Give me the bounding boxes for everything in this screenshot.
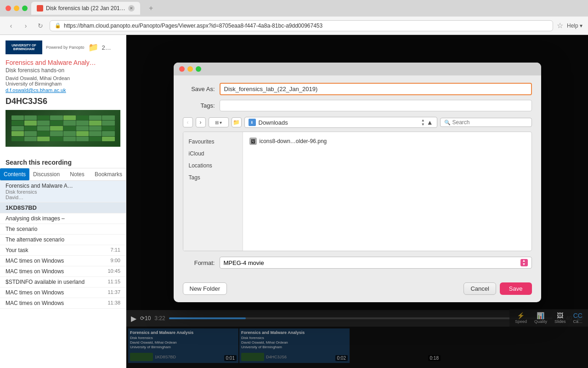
thumb-cell [102, 126, 114, 131]
dialog-traffic-lights [179, 66, 201, 72]
thumbnail-grid [11, 115, 115, 141]
thumb-cell [63, 126, 76, 131]
list-item[interactable]: Forensics and Malware A… Disk forensicsD… [0, 181, 126, 202]
sidebar-item-icloud[interactable]: iCloud [183, 148, 243, 160]
new-folder-button[interactable]: New Folder [183, 282, 227, 295]
tab-notes[interactable]: Notes [63, 168, 91, 180]
location-selector[interactable]: ⬇ Downloads ▲ ▼ ▲ [244, 117, 437, 128]
thumb-cell [63, 131, 76, 136]
save-as-label: Save As: [183, 86, 215, 92]
tab-contents[interactable]: Contents [0, 168, 29, 180]
bookmark-icon[interactable]: ☆ [557, 21, 563, 30]
list-item[interactable]: The scenario [0, 224, 126, 235]
content-item-time: 11:38 [107, 300, 120, 306]
list-item[interactable]: MAC times on Windows 10:45 [0, 266, 126, 277]
save-dialog: Save As: Tags: ‹ › ⊞ ▾ [174, 63, 541, 302]
forward-arrow-button[interactable]: › [196, 117, 206, 127]
thumb-cell [50, 131, 62, 136]
search-icon: 🔍 [444, 120, 451, 126]
lock-icon: 🔒 [55, 23, 61, 29]
page-container: UNIVERSITY OF BIRMINGHAM Powered by Pano… [0, 35, 588, 368]
format-value: MPEG-4 movie [224, 259, 264, 266]
tab-close-button[interactable]: ✕ [128, 5, 135, 12]
content-item-time: 11:37 [107, 289, 120, 296]
dialog-close-button[interactable] [179, 66, 185, 72]
new-tab-button[interactable]: + [146, 3, 157, 14]
reload-button[interactable]: ↻ [35, 20, 46, 31]
thumb-cell [102, 131, 114, 136]
file-sidebar: Favourites iCloud Locations Tags [183, 132, 243, 251]
save-as-input[interactable] [220, 83, 532, 95]
dialog-action-buttons: Cancel Save [464, 282, 531, 295]
file-search-box[interactable]: 🔍 [440, 118, 532, 127]
list-item[interactable]: Your task 7:11 [0, 245, 126, 256]
file-list: 🖼 icons8-down…older-96.png [243, 132, 531, 251]
main-video-area: ▶ ⟳10 3:22 -45:40 🔊 ⚡ Speed 📊 Quality 🖼 … [126, 35, 588, 368]
thumb-cell [24, 126, 37, 131]
thumb-cell [37, 115, 50, 120]
content-item-title: The alternative scenario [6, 236, 64, 243]
sidebar-content-list: Forensics and Malware A… Disk forensicsD… [0, 181, 126, 368]
tab-bookmarks[interactable]: Bookmarks [91, 168, 126, 180]
list-item[interactable]: 1KD8S7BD [0, 202, 126, 213]
maximize-button[interactable] [22, 6, 28, 11]
file-icon: 🖼 [249, 138, 257, 145]
browser-tab[interactable]: Disk forensics lab (22 Jan 201… ✕ [31, 2, 140, 15]
tab-favicon [37, 5, 43, 12]
new-folder-icon-button[interactable]: 📁 [232, 117, 242, 127]
back-arrow-button[interactable]: ‹ [183, 117, 193, 127]
cancel-button[interactable]: Cancel [464, 282, 496, 295]
expand-arrow-button[interactable]: ▲ [427, 119, 433, 126]
format-selector[interactable]: MPEG-4 movie ▲▼ [220, 257, 532, 269]
thumb-cell [37, 131, 50, 136]
content-item-title: MAC times on Windows [6, 258, 64, 264]
powered-by-label: Powered by Panopto [46, 45, 85, 50]
thumb-cell [37, 137, 50, 141]
dialog-body: Save As: Tags: ‹ › ⊞ ▾ [174, 75, 541, 282]
thumb-cell [89, 131, 102, 136]
video-thumbnail [6, 110, 120, 147]
help-label[interactable]: Help ▾ [567, 23, 582, 29]
close-button[interactable] [6, 6, 11, 11]
thumb-cell [37, 121, 50, 125]
sidebar-item-locations[interactable]: Locations [183, 160, 243, 172]
list-item[interactable]: MAC times on Windows 11:37 [0, 288, 126, 298]
content-item-title: Analysing disk images – [6, 215, 65, 222]
thumb-cell [37, 126, 50, 131]
list-item[interactable]: MAC times on Windows 9:00 [0, 256, 126, 266]
forward-button[interactable]: › [20, 20, 31, 31]
back-button[interactable]: ‹ [6, 20, 17, 31]
thumb-cell [89, 137, 102, 141]
content-item-meta: Disk forensicsDavid… [6, 189, 120, 200]
tags-input[interactable] [220, 100, 532, 111]
list-item[interactable]: MAC times on Windows 11:38 [0, 298, 126, 309]
instructor-email[interactable]: d.f.oswald@cs.bham.ac.uk [6, 87, 120, 93]
sidebar-item-tags[interactable]: Tags [183, 172, 243, 184]
save-as-row: Save As: [183, 83, 532, 95]
tags-row: Tags: [183, 100, 532, 111]
thumb-cell [63, 137, 76, 141]
thumb-cell [24, 115, 37, 120]
sidebar-item-favourites[interactable]: Favourites [183, 136, 243, 148]
thumb-cell [89, 126, 102, 131]
thumb-cell [24, 131, 37, 136]
list-item[interactable]: $STDINFO available in userland 11:15 [0, 277, 126, 288]
file-item[interactable]: 🖼 icons8-down…older-96.png [247, 136, 528, 147]
thumb-cell [11, 115, 24, 120]
tab-discussion[interactable]: Discussion [29, 168, 63, 180]
thumb-cell [50, 137, 62, 141]
content-item-time: 7:11 [111, 247, 120, 253]
content-item-title: The scenario [6, 226, 37, 232]
minimize-button[interactable] [14, 6, 19, 11]
file-search-input[interactable] [452, 119, 517, 126]
list-item[interactable]: The alternative scenario [0, 235, 126, 245]
dialog-maximize-button[interactable] [196, 66, 201, 72]
thumb-cell [76, 121, 89, 125]
thumb-cell [24, 121, 37, 125]
save-button[interactable]: Save [500, 282, 532, 295]
url-bar[interactable]: 🔒 https://bham.cloud.panopto.eu/Panopto/… [50, 20, 553, 31]
view-mode-button[interactable]: ⊞ ▾ [209, 117, 229, 127]
list-item[interactable]: Analysing disk images – [0, 213, 126, 224]
dialog-minimize-button[interactable] [187, 66, 193, 72]
browser-chrome: Disk forensics lab (22 Jan 201… ✕ + ‹ › … [0, 0, 588, 35]
